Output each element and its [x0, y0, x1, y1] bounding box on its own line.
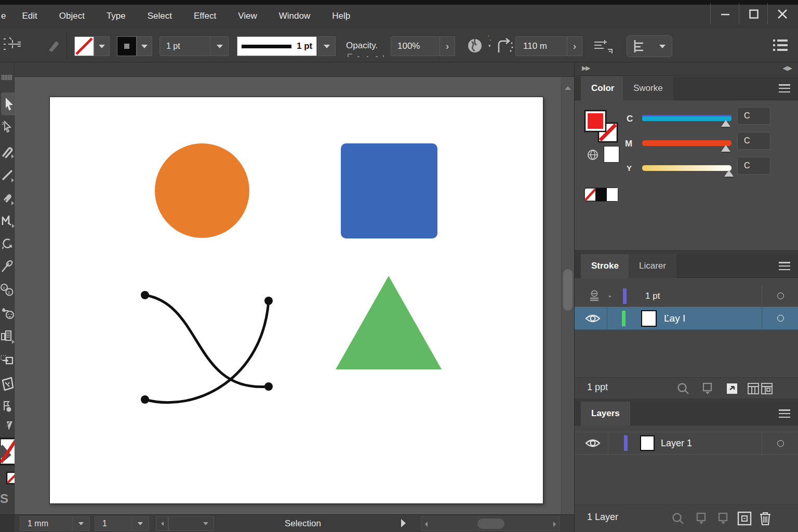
shear-tool[interactable] — [0, 418, 15, 435]
pen-path-tool[interactable] — [0, 212, 15, 230]
stroke-color-swatch[interactable] — [117, 36, 137, 56]
target-circle-icon[interactable] — [777, 315, 784, 322]
eyedropper-tool[interactable] — [0, 304, 15, 322]
cyan-slider-handle[interactable] — [721, 120, 730, 127]
stroke-style-preview[interactable]: 1 pt — [237, 36, 317, 56]
eye-icon[interactable] — [585, 437, 601, 449]
new-layer-icon[interactable] — [737, 511, 752, 526]
fill-dropdown-button[interactable] — [94, 36, 110, 56]
cyan-value-field[interactable]: C — [737, 107, 770, 125]
globe-icon[interactable] — [467, 37, 485, 56]
scroll-up-icon[interactable] — [565, 86, 571, 90]
move-artboard-tool[interactable] — [0, 351, 15, 369]
unit-dropdown[interactable] — [72, 516, 90, 531]
horizontal-scrollbar[interactable] — [421, 516, 560, 531]
horizontal-scroll-thumb[interactable] — [477, 518, 504, 529]
trash-icon[interactable] — [757, 510, 773, 527]
shape-mode-label[interactable]: S — [0, 491, 8, 506]
blue-square-shape[interactable] — [341, 143, 437, 238]
bezier-curve-1[interactable] — [145, 295, 269, 387]
orange-circle-shape[interactable] — [155, 143, 249, 238]
transform-rotate-icon[interactable] — [495, 36, 515, 57]
color-panel-menu-icon[interactable] — [779, 84, 790, 92]
menu-file[interactable]: e — [0, 11, 11, 21]
fill-swatch-none[interactable] — [74, 36, 94, 56]
menu-object[interactable]: Object — [48, 11, 96, 21]
magenta-slider-handle[interactable] — [721, 145, 730, 152]
menu-effect[interactable]: Effect — [183, 11, 227, 21]
yellow-value-field[interactable]: C — [737, 157, 770, 175]
vertical-scroll-thumb[interactable] — [563, 269, 573, 311]
align-dropdown[interactable] — [627, 35, 672, 57]
stroke-panel-menu-icon[interactable] — [779, 262, 790, 270]
artboard-tool[interactable] — [0, 327, 15, 345]
transform-value-field[interactable]: 110 m — [515, 36, 567, 56]
layer-thumbnail[interactable] — [640, 435, 655, 451]
line-tool[interactable] — [0, 166, 15, 184]
yellow-slider[interactable] — [642, 165, 734, 172]
stroke-row-2-selected[interactable]: Ľay I — [575, 307, 798, 330]
unit-value[interactable]: 1 mm — [20, 516, 73, 531]
stroke-weight-combo[interactable]: 1 pt — [159, 36, 229, 56]
target-circle-icon[interactable] — [777, 292, 784, 299]
make-mask-icon[interactable] — [695, 512, 709, 525]
yellow-slider-handle[interactable] — [724, 170, 734, 177]
opacity-field[interactable]: 100% — [391, 36, 440, 56]
tab-color[interactable]: Color — [581, 76, 624, 100]
scroll-right-icon[interactable] — [553, 521, 557, 527]
status-next-button[interactable] — [400, 518, 406, 530]
flag-tool[interactable] — [0, 398, 15, 416]
web-color-globe-icon[interactable] — [587, 149, 600, 162]
magenta-value-field[interactable]: C — [737, 132, 770, 150]
minimize-button[interactable] — [711, 0, 739, 28]
maximize-button[interactable] — [739, 0, 768, 28]
menu-type[interactable]: Type — [96, 11, 137, 21]
align-settings-icon[interactable] — [593, 38, 616, 56]
opacity-stepper-button[interactable]: › — [440, 36, 455, 56]
scroll-left-icon[interactable] — [424, 521, 428, 527]
tab-layers[interactable]: Layers — [581, 402, 630, 425]
stroke-style-dropdown[interactable] — [318, 36, 336, 56]
rotate-tool[interactable] — [0, 235, 15, 252]
direct-selection-tool[interactable] — [0, 118, 15, 136]
new-sublayer-icon[interactable] — [717, 512, 730, 525]
pencil-tool[interactable] — [0, 142, 15, 160]
close-button[interactable] — [768, 0, 796, 28]
menu-select[interactable]: Select — [137, 11, 183, 21]
stroke-color-dropdown[interactable] — [137, 36, 152, 56]
vertical-scrollbar[interactable] — [561, 77, 574, 514]
tab-sworke[interactable]: Sworke — [623, 76, 673, 100]
menu-help[interactable]: Helþ — [321, 11, 361, 21]
target-circle-icon[interactable] — [777, 440, 784, 447]
send-to-icon[interactable] — [701, 382, 715, 395]
menu-window[interactable]: Window — [268, 11, 321, 21]
eye-icon[interactable] — [585, 313, 601, 324]
tab-stroke[interactable]: Stroke — [581, 254, 629, 278]
distribute-icon[interactable] — [2, 36, 24, 55]
artboard-prev-button[interactable] — [156, 516, 168, 531]
pen-tool-icon[interactable] — [45, 37, 62, 55]
magenta-slider[interactable] — [642, 140, 734, 147]
quick-swatches[interactable] — [584, 188, 619, 204]
stroke-row-1[interactable]: ▸ 1 pt — [575, 285, 798, 307]
layers-panel-menu-icon[interactable] — [779, 409, 790, 418]
search-icon[interactable] — [676, 382, 690, 395]
palette-grip[interactable] — [1, 74, 15, 81]
layer-row-1[interactable]: Layer 1 — [575, 432, 798, 455]
artboard-navigator[interactable] — [168, 516, 214, 531]
search-icon[interactable] — [671, 512, 685, 525]
grid-options-icon[interactable] — [747, 382, 774, 395]
zoom-value[interactable]: 1 — [95, 516, 132, 531]
curvature-pen-tool[interactable] — [0, 258, 15, 275]
green-triangle-shape[interactable] — [336, 276, 442, 369]
page-tool[interactable] — [0, 375, 15, 393]
export-selection-icon[interactable] — [725, 382, 739, 395]
cyan-slider[interactable] — [642, 115, 734, 122]
layer-thumbnail[interactable] — [641, 310, 657, 327]
artboard[interactable] — [49, 97, 543, 504]
eraser-tool[interactable] — [0, 189, 15, 207]
scale-shear-tool[interactable]: x z — [0, 282, 15, 299]
menu-edit[interactable]: Edit — [11, 11, 48, 21]
workspace-list-icon[interactable] — [773, 39, 789, 52]
white-color-chip[interactable] — [604, 146, 619, 163]
